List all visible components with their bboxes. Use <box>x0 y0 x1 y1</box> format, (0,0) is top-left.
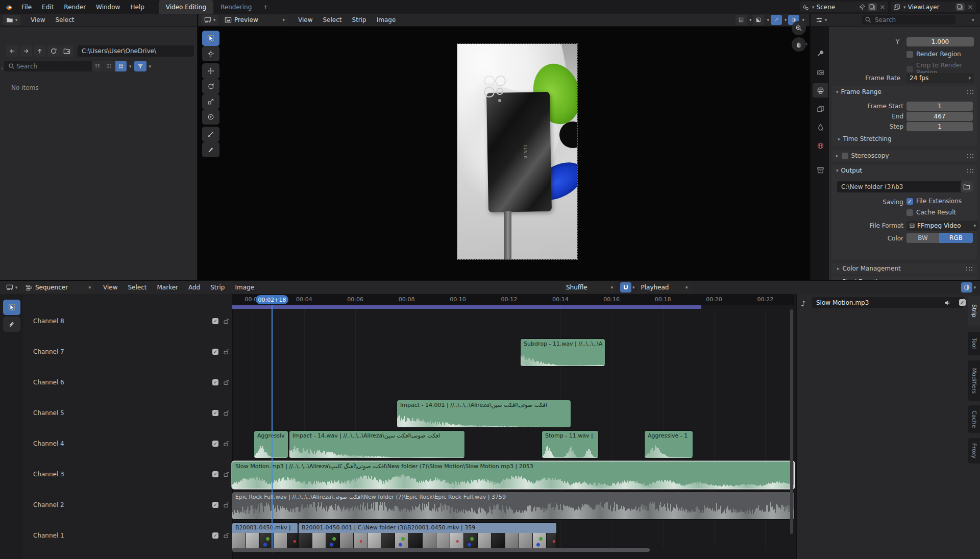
step-value[interactable]: 1 <box>906 122 973 131</box>
scale-tool-button[interactable] <box>202 94 219 109</box>
color-rgb-button[interactable]: RGB <box>939 233 973 243</box>
sequencer-select-tool-button[interactable] <box>3 300 20 315</box>
file-browser-menu-view[interactable]: View <box>26 16 50 23</box>
snap-to-dropdown[interactable]: Playhead▾ <box>638 282 691 293</box>
color-bw-button[interactable]: BW <box>906 233 939 243</box>
sidebar-tab-tool[interactable]: Tool <box>968 332 980 355</box>
pan-view-button[interactable] <box>792 37 806 52</box>
file-search-input[interactable] <box>4 61 101 71</box>
region-collapse-arrow[interactable]: ‹ <box>805 40 808 47</box>
preview-menu-select[interactable]: Select <box>317 16 347 23</box>
tweak-tool-button[interactable] <box>202 31 219 46</box>
pin-icon[interactable] <box>859 4 866 11</box>
menu-window[interactable]: Window <box>91 4 125 11</box>
preview-menu-view[interactable]: View <box>293 16 317 23</box>
properties-search-input[interactable] <box>862 15 955 25</box>
up-directory-button[interactable] <box>34 45 46 57</box>
sidebar-tab-cache[interactable]: Cache <box>968 405 980 433</box>
strip-subdrop-11-wav[interactable]: Subdrop - 11.wav | //..\..\..\Alireza\ <box>521 339 605 366</box>
sidebar-tab-strip[interactable]: Strip <box>968 296 980 326</box>
sample-tool-button[interactable] <box>202 127 219 142</box>
file-browser-menu-select[interactable]: Select <box>50 16 79 23</box>
channel-4-visibility-checkbox[interactable]: ✓ <box>212 441 218 447</box>
filter-options-caret-icon[interactable]: ▾ <box>149 64 152 69</box>
strip-impact-14-wav[interactable]: Impact - 14.wav | //..\..\..\Alireza\افک… <box>289 431 464 458</box>
display-horizontal-list-button[interactable] <box>104 61 115 71</box>
move-tool-button[interactable] <box>202 63 219 79</box>
channel-6-visibility-checkbox[interactable]: ✓ <box>212 379 218 385</box>
properties-tab-tool-tab[interactable] <box>813 46 828 61</box>
channel-label-5[interactable]: Channel 5 <box>33 409 64 417</box>
strip-name-field[interactable] <box>812 297 963 308</box>
filter-toggle-button[interactable] <box>134 61 146 71</box>
stereoscopy-panel-header[interactable]: ▸Stereoscopy <box>832 150 977 162</box>
editor-type-file-browser-button[interactable]: ▾ <box>3 15 20 25</box>
add-workspace-button[interactable]: + <box>259 0 272 14</box>
annotate-tool-button[interactable] <box>202 142 219 157</box>
frame-rate-dropdown[interactable]: 24 fps▾ <box>906 73 974 83</box>
strip-stomp-11-wav[interactable]: Stomp - 11.wav | <box>542 431 598 458</box>
channel-8-lock-icon[interactable] <box>223 318 230 325</box>
create-directory-button[interactable] <box>60 45 74 57</box>
sequencer-menu-add[interactable]: Add <box>183 284 205 291</box>
channel-7-lock-icon[interactable] <box>223 348 230 355</box>
channel-label-7[interactable]: Channel 7 <box>33 348 64 355</box>
editor-type-sequencer-button[interactable]: ▾ <box>3 282 20 293</box>
gizmo-caret-icon[interactable]: ▾ <box>749 17 752 22</box>
channel-5-visibility-checkbox[interactable]: ✓ <box>212 410 218 416</box>
color-management-panel-header[interactable]: ▸Color Management <box>832 263 977 274</box>
scene-name[interactable]: Scene <box>817 4 856 11</box>
editor-type-preview-button[interactable]: ▾ <box>201 15 218 25</box>
time-stretching-panel-header[interactable]: ▸Time Stretching <box>837 135 892 142</box>
transform-tool-button[interactable] <box>202 109 219 125</box>
strip-b20001-0450-001[interactable]: B20001-0450.001 | C:\New folder (3)\B200… <box>299 523 556 550</box>
cache-result-checkbox[interactable] <box>906 209 913 216</box>
back-button[interactable] <box>6 45 18 57</box>
channel-label-4[interactable]: Channel 4 <box>33 440 64 447</box>
channel-2-lock-icon[interactable] <box>223 501 230 508</box>
workspace-tab-video-editing[interactable]: Video Editing <box>159 0 213 14</box>
snap-options-caret-icon[interactable]: ▾ <box>632 285 635 290</box>
properties-tab-output-tab[interactable] <box>813 83 828 98</box>
strip-sound-icon[interactable] <box>944 299 951 306</box>
channel-label-3[interactable]: Channel 3 <box>33 471 64 478</box>
output-browse-folder-button[interactable] <box>961 181 973 192</box>
menu-file[interactable]: File <box>16 4 37 11</box>
horizontal-scrollbar[interactable] <box>232 548 650 552</box>
strip-slow-motion-mp3[interactable]: Slow Motion.mp3 | //..\..\..\Alireza\افک… <box>232 461 794 489</box>
gizmos-caret-icon[interactable]: ▾ <box>785 17 787 22</box>
sequencer-timeline-region[interactable]: Channel 8✓Channel 7✓Channel 6✓Channel 5✓… <box>23 294 796 559</box>
channel-1-visibility-checkbox[interactable]: ✓ <box>212 532 218 539</box>
menu-render[interactable]: Render <box>59 4 91 11</box>
sequencer-overlays-toggle[interactable] <box>961 282 972 293</box>
channel-8-visibility-checkbox[interactable]: ✓ <box>212 318 218 324</box>
sidebar-tab-modifiers[interactable]: Modifiers <box>968 360 980 401</box>
playhead-line[interactable] <box>272 305 273 552</box>
viewlayer-selector[interactable]: ▾ ViewLayer <box>891 2 976 12</box>
display-vertical-list-button[interactable] <box>92 61 103 71</box>
viewlayer-name[interactable]: ViewLayer <box>908 4 953 11</box>
file-format-dropdown[interactable]: FFmpeg Video▾ <box>906 221 979 231</box>
sequencer-menu-strip[interactable]: Strip <box>205 284 230 291</box>
gizmo-image-toggle[interactable] <box>736 15 747 25</box>
strip-aggressive-1[interactable]: Aggressive - 1 <box>645 431 693 458</box>
properties-tab-scene-tab[interactable] <box>813 120 828 134</box>
aspect-y-value[interactable]: 1.000 <box>906 37 974 46</box>
sequencer-menu-marker[interactable]: Marker <box>152 284 183 291</box>
menu-edit[interactable]: Edit <box>37 4 59 11</box>
channel-label-8[interactable]: Channel 8 <box>33 318 64 325</box>
remove-viewlayer-icon[interactable] <box>967 4 974 11</box>
sequencer-menu-image[interactable]: Image <box>230 284 259 291</box>
sequencer-overlays-caret-icon[interactable]: ▾ <box>973 285 976 290</box>
cursor-tool-button[interactable] <box>202 46 219 61</box>
timeline-ruler[interactable]: 00:0200:0400:0600:0800:1000:1200:1400:16… <box>232 294 794 305</box>
preview-display-mode-dropdown[interactable]: Preview ▾ <box>222 15 288 25</box>
current-frame-badge[interactable]: 00:02+18 <box>256 295 288 304</box>
channel-7-visibility-checkbox[interactable]: ✓ <box>212 349 218 355</box>
sequencer-menu-view[interactable]: View <box>98 284 122 291</box>
strip-impact-14-001[interactable]: Impact - 14.001 | //..\..\..\Alireza\افک… <box>397 400 571 427</box>
strip-enable-checkbox[interactable]: ✓ <box>959 299 966 306</box>
channel-label-6[interactable]: Channel 6 <box>33 379 64 386</box>
editor-type-properties-button[interactable]: ▾ <box>813 15 830 25</box>
preview-menu-strip[interactable]: Strip <box>347 16 372 23</box>
